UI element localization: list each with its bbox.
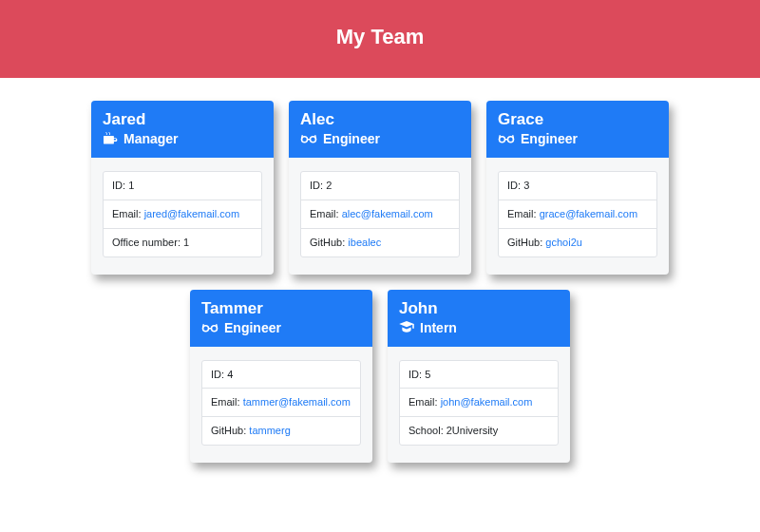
member-role: Manager: [103, 131, 262, 146]
info-email: Email: jared@fakemail.com: [104, 200, 261, 229]
email-link[interactable]: jared@fakemail.com: [144, 208, 239, 219]
info-list: ID: 2 Email: alec@fakemail.com GitHub: i…: [300, 171, 460, 257]
member-name: Alec: [300, 110, 460, 129]
member-name: Grace: [498, 110, 657, 129]
team-card: John Intern ID: 5 Email: john@fakemail.c…: [388, 290, 570, 464]
info-id: ID: 5: [400, 361, 558, 390]
page-header: My Team: [0, 0, 760, 78]
info-github: GitHub: ibealec: [301, 229, 459, 256]
member-name: John: [399, 299, 559, 318]
info-github: GitHub: tammerg: [202, 417, 360, 445]
member-role: Intern: [399, 320, 559, 335]
info-list: ID: 5 Email: john@fakemail.com School: 2…: [399, 360, 559, 446]
info-list: ID: 3 Email: grace@fakemail.com GitHub: …: [498, 171, 657, 257]
card-header: Jared Manager: [91, 101, 274, 158]
member-role: Engineer: [300, 131, 460, 146]
mug-icon: [103, 132, 118, 145]
info-list: ID: 1 Email: jared@fakemail.com Office n…: [103, 171, 262, 257]
info-email: Email: tammer@fakemail.com: [202, 389, 360, 417]
glasses-icon: [300, 133, 317, 144]
card-body: ID: 5 Email: john@fakemail.com School: 2…: [388, 347, 570, 464]
glasses-icon: [498, 133, 515, 144]
member-name: Jared: [103, 110, 262, 129]
card-header: Alec Engineer: [289, 101, 471, 158]
info-id: ID: 4: [202, 361, 360, 390]
team-cards-container: Jared Manager ID: 1 Email: jared@fakemai…: [0, 78, 760, 485]
info-list: ID: 4 Email: tammer@fakemail.com GitHub:…: [201, 360, 361, 446]
role-label: Manager: [124, 131, 179, 146]
info-email: Email: alec@fakemail.com: [301, 200, 459, 229]
card-header: John Intern: [388, 290, 570, 347]
card-body: ID: 2 Email: alec@fakemail.com GitHub: i…: [289, 158, 471, 275]
email-link[interactable]: grace@fakemail.com: [540, 208, 637, 219]
info-school: School: 2University: [400, 417, 558, 445]
page-title: My Team: [0, 25, 760, 49]
info-email: Email: grace@fakemail.com: [499, 200, 656, 229]
email-link[interactable]: john@fakemail.com: [441, 396, 533, 408]
info-office: Office number: 1: [104, 229, 261, 256]
team-card: Grace Engineer ID: 3 Email: grace@fakema…: [486, 101, 669, 275]
info-id: ID: 1: [104, 172, 261, 200]
info-id: ID: 3: [499, 172, 656, 200]
member-name: Tammer: [201, 299, 361, 318]
info-id: ID: 2: [301, 172, 459, 200]
role-label: Intern: [420, 320, 457, 335]
github-link[interactable]: tammerg: [249, 425, 290, 436]
team-card: Jared Manager ID: 1 Email: jared@fakemai…: [91, 101, 274, 275]
graduate-icon: [399, 321, 414, 334]
email-link[interactable]: tammer@fakemail.com: [243, 396, 351, 408]
email-link[interactable]: alec@fakemail.com: [342, 208, 433, 219]
role-label: Engineer: [323, 131, 380, 146]
member-role: Engineer: [498, 131, 657, 146]
card-body: ID: 1 Email: jared@fakemail.com Office n…: [91, 158, 274, 275]
card-header: Tammer Engineer: [190, 290, 372, 347]
card-body: ID: 4 Email: tammer@fakemail.com GitHub:…: [190, 347, 372, 464]
card-body: ID: 3 Email: grace@fakemail.com GitHub: …: [486, 158, 669, 275]
role-label: Engineer: [224, 320, 281, 335]
role-label: Engineer: [521, 131, 578, 146]
team-card: Alec Engineer ID: 2 Email: alec@fakemail…: [289, 101, 471, 275]
info-email: Email: john@fakemail.com: [400, 389, 558, 417]
glasses-icon: [201, 322, 218, 333]
info-github: GitHub: gchoi2u: [499, 229, 656, 256]
team-card: Tammer Engineer ID: 4 Email: tammer@fake…: [190, 290, 372, 464]
github-link[interactable]: ibealec: [348, 237, 381, 248]
member-role: Engineer: [201, 320, 361, 335]
card-header: Grace Engineer: [486, 101, 669, 158]
github-link[interactable]: gchoi2u: [545, 237, 582, 248]
